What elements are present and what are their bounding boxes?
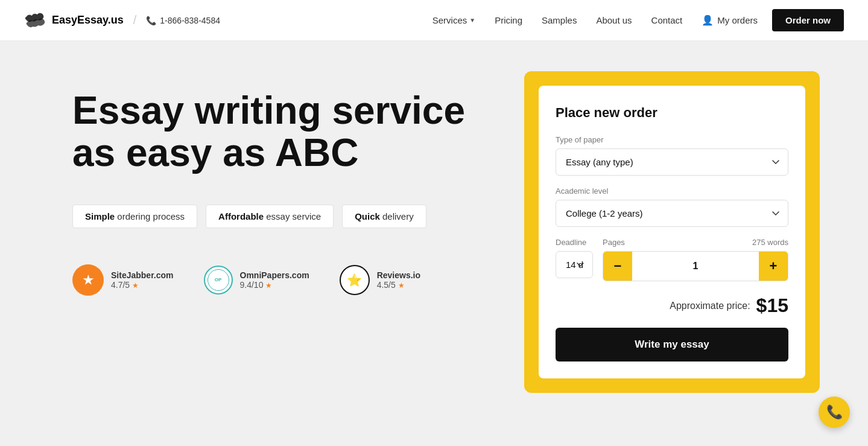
order-card-wrapper: Place new order Type of paper Essay (any… bbox=[524, 71, 820, 393]
write-essay-button[interactable]: Write my essay bbox=[556, 328, 788, 362]
paper-type-select[interactable]: Essay (any type) Research Paper Term Pap… bbox=[556, 148, 788, 176]
logo-icon bbox=[24, 12, 46, 29]
nav-samples[interactable]: Samples bbox=[542, 15, 577, 25]
words-count: 275 words bbox=[752, 238, 788, 247]
academic-label: Academic level bbox=[556, 186, 788, 196]
rating-reviews: ⭐ Reviews.io 4.5/5 ★ bbox=[340, 265, 420, 295]
price-value: $15 bbox=[756, 295, 788, 317]
academic-level-group: Academic level High School College (1-2 … bbox=[556, 186, 788, 227]
hero-title: Essay writing service as easy as ABC bbox=[72, 89, 495, 174]
chat-icon: 📞 bbox=[826, 404, 843, 420]
pages-control: − + bbox=[603, 251, 788, 281]
hero-badges: Simple ordering process Affordable essay… bbox=[72, 205, 495, 228]
badge-simple: Simple ordering process bbox=[72, 205, 197, 228]
order-card: Place new order Type of paper Essay (any… bbox=[539, 86, 805, 378]
pages-label: Pages bbox=[603, 238, 625, 247]
nav-pricing[interactable]: Pricing bbox=[495, 15, 522, 25]
sitejabber-score: 4.7/5 ★ bbox=[111, 280, 174, 290]
paper-type-label: Type of paper bbox=[556, 135, 788, 144]
sitejabber-icon: ★ bbox=[72, 264, 104, 296]
deadline-label: Deadline bbox=[556, 238, 593, 247]
order-now-button[interactable]: Order now bbox=[772, 9, 844, 31]
omnipapers-icon: OP bbox=[204, 266, 233, 295]
order-form-container: Place new order Type of paper Essay (any… bbox=[524, 77, 820, 393]
deadline-group: Deadline 14 days 7 days 5 days 3 days 2 … bbox=[556, 238, 593, 278]
phone-number[interactable]: 1-866-838-4584 bbox=[160, 16, 220, 25]
badge-quick: Quick delivery bbox=[342, 205, 426, 228]
price-row: Approximate price: $15 bbox=[556, 295, 788, 317]
order-form-title: Place new order bbox=[556, 105, 788, 121]
pages-decrement-button[interactable]: − bbox=[603, 252, 632, 281]
hero-section: Essay writing service as easy as ABC Sim… bbox=[0, 41, 868, 446]
pages-group: Pages 275 words − + bbox=[603, 238, 788, 281]
nav-services[interactable]: Services ▼ bbox=[432, 15, 475, 25]
deadline-select[interactable]: 14 days 7 days 5 days 3 days 2 days 24 h… bbox=[556, 251, 593, 278]
reviews-score: 4.5/5 ★ bbox=[377, 280, 420, 290]
rating-omnipapers: OP OmniPapers.com 9.4/10 ★ bbox=[204, 266, 309, 295]
nav-contact[interactable]: Contact bbox=[651, 15, 683, 25]
reviews-source: Reviews.io bbox=[377, 270, 420, 280]
sitejabber-source: SiteJabber.com bbox=[111, 270, 174, 280]
hero-ratings: ★ SiteJabber.com 4.7/5 ★ OP OmniPapers.c… bbox=[72, 264, 495, 296]
academic-level-select[interactable]: High School College (1-2 years) Universi… bbox=[556, 200, 788, 227]
header-divider: / bbox=[133, 13, 137, 27]
logo[interactable]: EasyEssay.us bbox=[24, 12, 124, 29]
nav-my-orders[interactable]: 👤 My orders bbox=[702, 14, 758, 26]
main-nav: Services ▼ Pricing Samples About us Cont… bbox=[432, 14, 758, 26]
omnipapers-source: OmniPapers.com bbox=[240, 270, 309, 280]
logo-text: EasyEssay.us bbox=[52, 14, 124, 27]
hero-left: Essay writing service as easy as ABC Sim… bbox=[72, 77, 495, 296]
reviews-icon: ⭐ bbox=[340, 265, 370, 295]
pages-increment-button[interactable]: + bbox=[759, 252, 788, 281]
deadline-pages-row: Deadline 14 days 7 days 5 days 3 days 2 … bbox=[556, 238, 788, 281]
badge-affordable: Affordable essay service bbox=[206, 205, 334, 228]
header: EasyEssay.us / 📞 1-866-838-4584 Services… bbox=[0, 0, 868, 41]
chat-button[interactable]: 📞 bbox=[819, 397, 850, 428]
chevron-down-icon: ▼ bbox=[469, 17, 475, 24]
omnipapers-score: 9.4/10 ★ bbox=[240, 280, 309, 290]
rating-sitejabber: ★ SiteJabber.com 4.7/5 ★ bbox=[72, 264, 174, 296]
user-icon: 👤 bbox=[702, 14, 714, 26]
pages-input[interactable] bbox=[632, 261, 759, 272]
paper-type-group: Type of paper Essay (any type) Research … bbox=[556, 135, 788, 176]
approx-label: Approximate price: bbox=[670, 301, 750, 311]
phone-area: 📞 1-866-838-4584 bbox=[146, 16, 220, 25]
nav-about[interactable]: About us bbox=[596, 15, 632, 25]
phone-icon: 📞 bbox=[146, 16, 156, 25]
